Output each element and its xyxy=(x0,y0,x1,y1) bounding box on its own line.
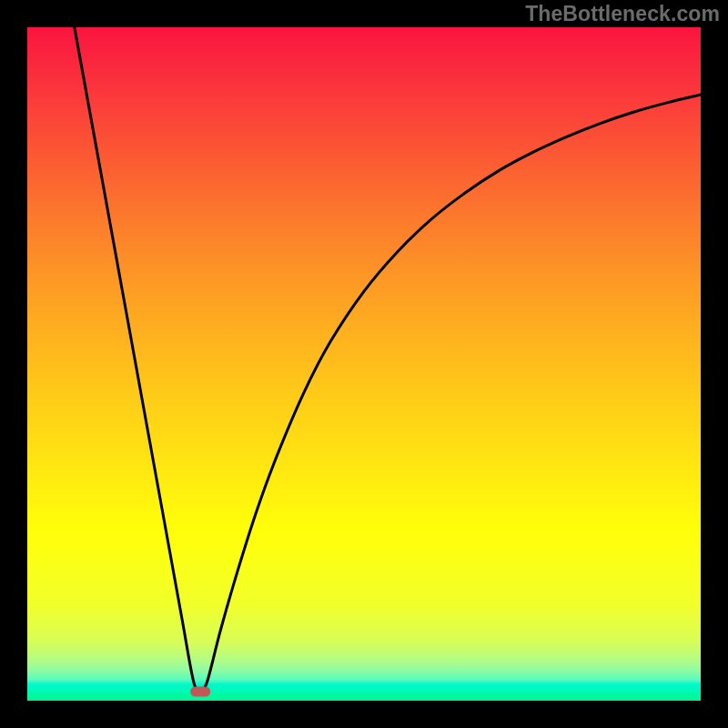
notch-marker xyxy=(190,687,210,697)
curve-layer xyxy=(27,27,701,701)
watermark-label: TheBottleneck.com xyxy=(525,2,720,26)
bottleneck-curve xyxy=(75,27,701,692)
chart-container: TheBottleneck.com xyxy=(0,0,728,728)
series-right-branch xyxy=(200,95,701,692)
series-left-branch xyxy=(75,27,200,692)
notch-pill xyxy=(190,687,210,697)
plot-area xyxy=(27,27,701,701)
